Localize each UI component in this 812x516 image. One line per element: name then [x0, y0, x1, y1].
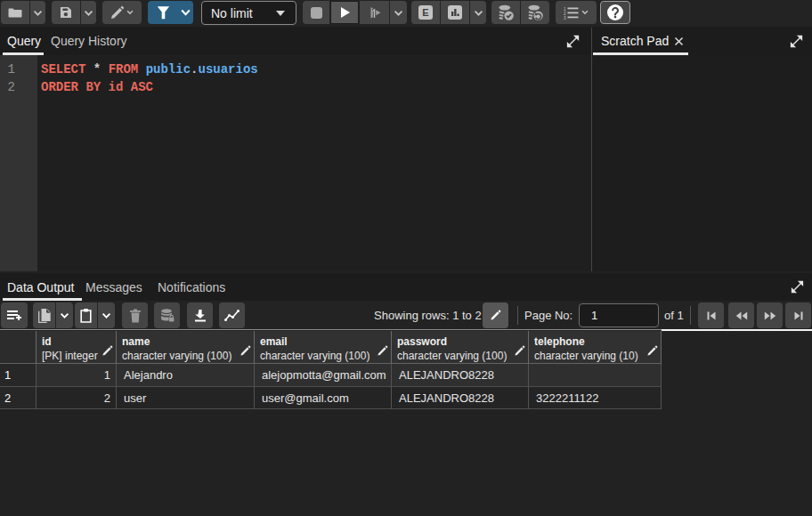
svg-text:3: 3 — [564, 15, 566, 19]
